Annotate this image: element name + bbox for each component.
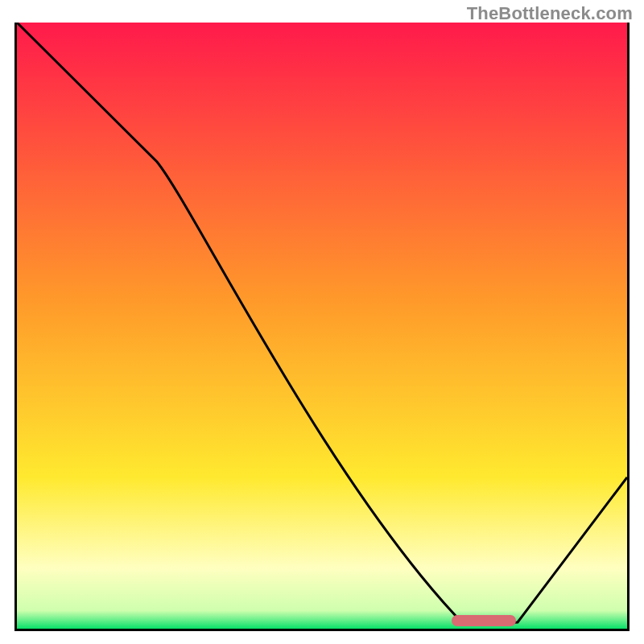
bottleneck-curve xyxy=(17,23,627,629)
watermark-text: TheBottleneck.com xyxy=(467,3,633,24)
curve-path xyxy=(17,23,627,624)
optimal-range-marker xyxy=(452,615,516,626)
bottleneck-chart: TheBottleneck.com xyxy=(0,0,644,644)
plot-area xyxy=(14,23,630,631)
